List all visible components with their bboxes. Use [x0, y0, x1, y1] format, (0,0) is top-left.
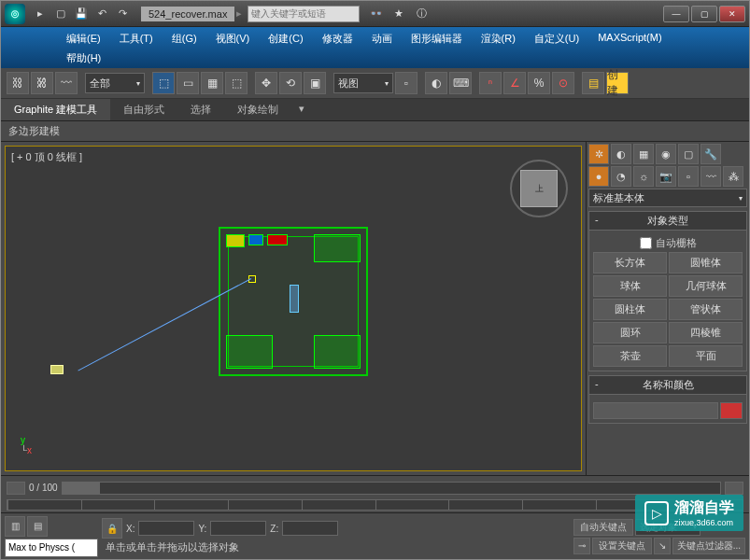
rotate-icon[interactable]: ⟲	[279, 72, 302, 94]
maximize-button[interactable]: ▢	[691, 6, 717, 22]
document-tab[interactable]: 524_recover.max	[141, 7, 234, 21]
curve-editor-icon[interactable]: ▥	[5, 516, 25, 537]
object-color-swatch[interactable]	[720, 402, 743, 419]
select-icon[interactable]: ⬚	[152, 72, 175, 94]
geom-geosphere[interactable]: 几何球体	[669, 275, 743, 297]
ribbon-tab-freeform[interactable]: 自由形式	[110, 99, 177, 120]
select-region-icon[interactable]: ▦	[201, 72, 223, 94]
info-icon[interactable]: ⓘ	[412, 5, 431, 23]
geom-plane[interactable]: 平面	[669, 345, 743, 367]
rollout-object-type[interactable]: -对象类型	[588, 211, 747, 231]
menu-graph-editors[interactable]: 图形编辑器	[402, 29, 472, 49]
open-icon[interactable]: ▢	[51, 5, 70, 23]
help-icon[interactable]: ★	[389, 5, 408, 23]
link-icon[interactable]: ⛓	[7, 72, 29, 94]
autokey-button[interactable]: 自动关键点	[573, 519, 633, 536]
geom-torus[interactable]: 圆环	[593, 322, 667, 343]
geom-tube[interactable]: 管状体	[669, 299, 743, 320]
scene-room-outline[interactable]	[219, 227, 368, 376]
geom-cone[interactable]: 圆锥体	[669, 252, 743, 273]
maxscript-listener[interactable]: Max to Physcs (	[5, 539, 98, 557]
spinner-snap-icon[interactable]: ⊙	[552, 72, 574, 94]
cameras-icon[interactable]: 📷	[656, 166, 676, 187]
keymode-icon[interactable]: ↘	[654, 538, 671, 554]
menu-render[interactable]: 渲染(R)	[472, 29, 525, 49]
redo-icon[interactable]: ↷	[113, 5, 132, 23]
y-coord-input[interactable]	[210, 521, 266, 536]
time-slider[interactable]	[62, 482, 721, 495]
menu-create[interactable]: 创建(C)	[259, 29, 312, 49]
ribbon-subpanel-polymodel[interactable]: 多边形建模	[1, 121, 749, 142]
menu-animation[interactable]: 动画	[362, 29, 402, 49]
time-prev-icon[interactable]	[7, 482, 25, 495]
tab-dropdown-icon[interactable]: ▸	[236, 7, 242, 20]
app-logo[interactable]: ⊚	[5, 4, 25, 24]
keyfilter-button[interactable]: 关键点过滤器...	[672, 538, 745, 554]
geom-box[interactable]: 长方体	[593, 252, 667, 273]
lights-icon[interactable]: ☼	[633, 166, 654, 187]
bind-spacewarp-icon[interactable]: 〰	[55, 72, 78, 94]
lock-selection-icon[interactable]: 🔒	[102, 518, 122, 539]
menu-view[interactable]: 视图(V)	[206, 29, 260, 49]
utilities-panel-icon[interactable]: 🔧	[700, 144, 721, 164]
viewport-top[interactable]: [ + 0 顶 0 线框 ] 上	[5, 146, 582, 471]
rollout-name-color[interactable]: -名称和颜色	[588, 375, 747, 395]
move-icon[interactable]: ✥	[255, 72, 277, 94]
angle-snap-icon[interactable]: ∠	[503, 72, 526, 94]
time-slider-handle[interactable]	[63, 483, 100, 494]
save-icon[interactable]: 💾	[72, 5, 91, 23]
systems-icon[interactable]: ⁂	[723, 166, 743, 187]
refcoord-combo[interactable]: 视图	[333, 73, 393, 93]
menu-help[interactable]: 帮助(H)	[57, 49, 749, 68]
spacewarps-icon[interactable]: 〰	[700, 166, 721, 187]
percent-snap-icon[interactable]: %	[528, 72, 550, 94]
scene-camera-icon[interactable]	[50, 365, 64, 374]
helpers-icon[interactable]: ▫	[678, 166, 699, 187]
create-selection-icon[interactable]: 创建	[606, 72, 629, 94]
select-name-icon[interactable]: ▭	[177, 72, 199, 94]
z-coord-input[interactable]	[282, 521, 338, 536]
scale-icon[interactable]: ▣	[304, 72, 326, 94]
search-input[interactable]	[248, 6, 360, 22]
category-combo[interactable]: 标准基本体	[588, 189, 747, 207]
shapes-icon[interactable]: ◔	[611, 166, 631, 187]
snap-icon[interactable]: ⁿ	[479, 72, 502, 94]
window-crossing-icon[interactable]: ⬚	[225, 72, 248, 94]
menu-modifiers[interactable]: 修改器	[313, 29, 362, 49]
time-next-icon[interactable]	[725, 482, 743, 495]
close-button[interactable]: ✕	[719, 6, 745, 22]
object-name-input[interactable]	[593, 402, 718, 419]
viewcube[interactable]: 上	[506, 156, 572, 221]
create-panel-icon[interactable]: ✲	[588, 144, 609, 164]
geom-sphere[interactable]: 球体	[593, 275, 667, 297]
geom-teapot[interactable]: 茶壶	[593, 345, 667, 367]
trackbar[interactable]	[7, 499, 743, 511]
ribbon-dropdown-icon[interactable]: ▾	[291, 99, 312, 120]
keyboard-shortcuts-icon[interactable]: ⌨	[449, 72, 472, 94]
display-panel-icon[interactable]: ▢	[678, 144, 699, 164]
key-icon[interactable]: ⊸	[573, 538, 590, 554]
geom-cylinder[interactable]: 圆柱体	[593, 299, 667, 320]
dope-sheet-icon[interactable]: ▤	[27, 516, 48, 537]
manipulate-icon[interactable]: ◐	[425, 72, 447, 94]
motion-panel-icon[interactable]: ◉	[656, 144, 676, 164]
autogrid-checkbox[interactable]	[640, 237, 652, 249]
menu-customize[interactable]: 自定义(U)	[525, 29, 588, 49]
new-icon[interactable]: ▸	[31, 5, 50, 23]
modify-panel-icon[interactable]: ◐	[611, 144, 631, 164]
setkey-button[interactable]: 设置关键点	[592, 538, 652, 554]
binoculars-icon[interactable]: 👓	[367, 5, 386, 23]
geometry-icon[interactable]: ●	[588, 166, 609, 187]
menu-tools[interactable]: 工具(T)	[110, 29, 163, 49]
pivot-icon[interactable]: ▫	[395, 72, 417, 94]
ribbon-tab-selection[interactable]: 选择	[177, 99, 224, 120]
minimize-button[interactable]: —	[663, 6, 689, 22]
menu-maxscript[interactable]: MAXScript(M)	[588, 29, 671, 46]
viewport-label[interactable]: [ + 0 顶 0 线框 ]	[11, 150, 82, 164]
menu-group[interactable]: 组(G)	[163, 29, 206, 49]
hierarchy-panel-icon[interactable]: ▦	[633, 144, 654, 164]
undo-icon[interactable]: ↶	[92, 5, 111, 23]
selection-filter-combo[interactable]: 全部	[85, 73, 145, 93]
x-coord-input[interactable]	[138, 521, 194, 536]
unlink-icon[interactable]: ⛓̸	[31, 72, 53, 94]
